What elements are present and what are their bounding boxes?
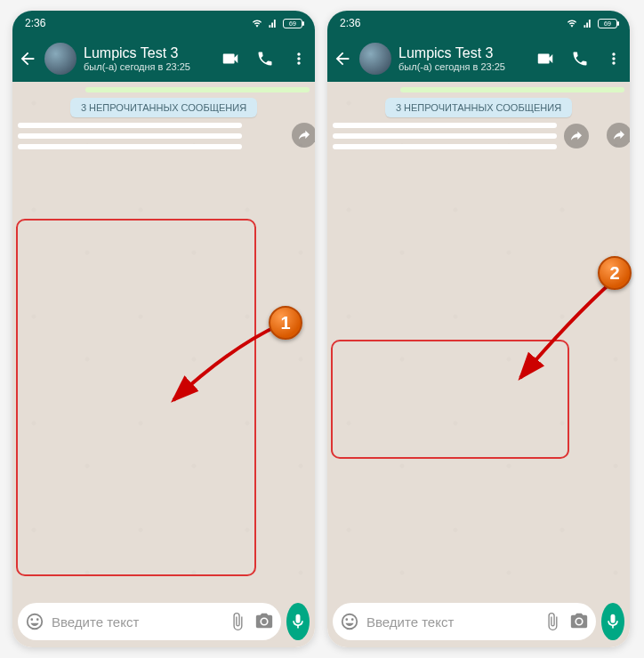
sent-image-message[interactable]: 23:14 bbox=[85, 87, 310, 92]
input-row bbox=[327, 598, 630, 647]
forward-button[interactable] bbox=[607, 123, 630, 148]
mic-button[interactable] bbox=[601, 603, 624, 640]
status-bar: 2:36 69 bbox=[12, 11, 315, 36]
incoming-image-1[interactable]: 75 КБ 23:24 bbox=[333, 123, 557, 128]
incoming-image-1[interactable]: 75 КБ 23:24 bbox=[18, 123, 242, 128]
battery-icon: 69 bbox=[598, 19, 617, 28]
input-row bbox=[12, 598, 315, 647]
back-icon[interactable] bbox=[18, 49, 37, 68]
step-badge-1: 1 bbox=[269, 306, 302, 340]
status-bar: 2:36 69 bbox=[327, 11, 630, 36]
incoming-image-3[interactable]: 221 КБ 23:25 bbox=[18, 144, 242, 149]
status-time: 2:36 bbox=[25, 17, 45, 29]
menu-icon[interactable] bbox=[290, 50, 308, 68]
forward-button[interactable] bbox=[292, 123, 315, 148]
avatar[interactable] bbox=[359, 43, 391, 75]
camera-icon[interactable] bbox=[254, 612, 274, 631]
unread-divider: 3 НЕПРОЧИТАННЫХ СООБЩЕНИЯ bbox=[333, 98, 624, 117]
status-right: 69 bbox=[566, 19, 617, 28]
signal-icon bbox=[582, 19, 594, 28]
app-bar: Lumpics Test 3 был(-а) сегодня в 23:25 bbox=[327, 36, 630, 82]
video-call-icon[interactable] bbox=[535, 49, 555, 68]
step-badge-2: 2 bbox=[598, 256, 632, 290]
back-icon[interactable] bbox=[333, 49, 352, 68]
chat-name: Lumpics Test 3 bbox=[84, 45, 213, 61]
chat-title-block[interactable]: Lumpics Test 3 был(-а) сегодня в 23:25 bbox=[84, 45, 213, 72]
chat-last-seen: был(-а) сегодня в 23:25 bbox=[398, 61, 528, 72]
camera-icon[interactable] bbox=[569, 612, 589, 631]
forward-button[interactable] bbox=[564, 124, 589, 148]
chat-title-block[interactable]: Lumpics Test 3 был(-а) сегодня в 23:25 bbox=[398, 45, 528, 72]
status-time: 2:36 bbox=[340, 17, 360, 29]
voice-call-icon[interactable] bbox=[571, 50, 589, 68]
message-input-pill[interactable] bbox=[333, 603, 596, 640]
message-input[interactable] bbox=[52, 614, 221, 630]
emoji-icon[interactable] bbox=[25, 612, 44, 631]
battery-icon: 69 bbox=[283, 19, 302, 28]
mic-button[interactable] bbox=[286, 603, 310, 640]
message-input[interactable] bbox=[366, 614, 535, 630]
attach-icon[interactable] bbox=[543, 612, 562, 631]
menu-icon[interactable] bbox=[605, 50, 623, 68]
incoming-image-2[interactable]: 159 КБ 23:25 bbox=[18, 133, 242, 139]
signal-icon bbox=[267, 19, 279, 28]
avatar[interactable] bbox=[44, 43, 76, 75]
status-right: 69 bbox=[251, 19, 302, 28]
video-call-icon[interactable] bbox=[221, 49, 240, 68]
incoming-image-3[interactable]: 221 КБ 23:25 bbox=[333, 144, 557, 149]
chat-last-seen: был(-а) сегодня в 23:25 bbox=[84, 61, 213, 72]
chat-name: Lumpics Test 3 bbox=[398, 45, 528, 61]
incoming-image-2-downloaded[interactable]: 23:25 bbox=[333, 133, 557, 139]
unread-divider: 3 НЕПРОЧИТАННЫХ СООБЩЕНИЯ bbox=[18, 98, 310, 117]
wifi-icon bbox=[251, 19, 263, 28]
voice-call-icon[interactable] bbox=[256, 50, 274, 68]
sent-image-message[interactable]: 23:14 bbox=[400, 87, 624, 92]
message-input-pill[interactable] bbox=[18, 603, 281, 640]
arrow-2 bbox=[507, 276, 623, 391]
attach-icon[interactable] bbox=[228, 612, 247, 631]
app-bar: Lumpics Test 3 был(-а) сегодня в 23:25 bbox=[12, 36, 315, 82]
emoji-icon[interactable] bbox=[340, 612, 359, 631]
wifi-icon bbox=[566, 19, 578, 28]
